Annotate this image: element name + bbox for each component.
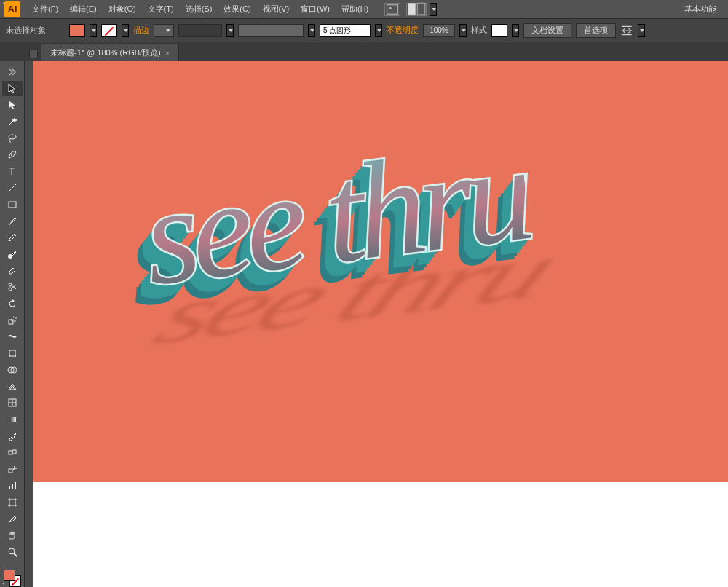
- panel-collapse-icon[interactable]: [2, 64, 23, 80]
- svg-rect-0: [387, 4, 398, 14]
- panel-toggle-icon[interactable]: [29, 50, 38, 58]
- lasso-tool[interactable]: [2, 130, 23, 146]
- svg-point-11: [9, 288, 12, 291]
- svg-rect-22: [9, 417, 16, 422]
- direct-selection-tool[interactable]: [2, 97, 23, 113]
- artboard: see thru see thru see thru see thru see …: [33, 61, 728, 482]
- rotate-tool[interactable]: [2, 296, 23, 312]
- prefs-button[interactable]: 首选项: [576, 23, 616, 38]
- brush-dropdown[interactable]: [308, 24, 315, 37]
- svg-point-33: [9, 548, 15, 554]
- graph-tool[interactable]: [2, 478, 23, 494]
- tools-panel: T: [0, 61, 25, 587]
- svg-point-15: [9, 350, 10, 351]
- workspace-switcher[interactable]: 基本功能: [677, 1, 724, 17]
- svg-point-10: [9, 283, 12, 286]
- menu-edit[interactable]: 编辑(E): [64, 1, 103, 17]
- shape-builder-tool[interactable]: [2, 362, 23, 378]
- arrange-dropdown[interactable]: [430, 3, 437, 16]
- menu-view[interactable]: 视图(V): [257, 1, 296, 17]
- svg-rect-1: [389, 7, 392, 9]
- perspective-tool[interactable]: [2, 379, 23, 395]
- main-area: T see thru: [0, 61, 728, 587]
- arrange-icon[interactable]: [406, 3, 427, 16]
- align-dropdown[interactable]: [638, 24, 645, 37]
- selection-tool[interactable]: [2, 81, 23, 97]
- menu-window[interactable]: 窗口(W): [295, 1, 336, 17]
- symbol-sprayer-tool[interactable]: [2, 461, 23, 477]
- opacity-value[interactable]: 100%: [423, 24, 455, 37]
- canvas[interactable]: see thru see thru see thru see thru see …: [25, 61, 728, 587]
- zoom-tool[interactable]: [2, 544, 23, 560]
- paintbrush-tool[interactable]: [2, 213, 23, 229]
- control-bar: 未选择对象 描边 不透明度 100% 样式 文档设置 首选项: [0, 19, 728, 42]
- stroke-width[interactable]: [154, 24, 174, 37]
- svg-point-4: [9, 135, 16, 139]
- brush-profile[interactable]: [320, 24, 371, 37]
- width-tool[interactable]: [2, 329, 23, 345]
- rectangle-tool[interactable]: [2, 197, 23, 213]
- brush-profile-dropdown[interactable]: [375, 24, 382, 37]
- scale-tool[interactable]: [2, 312, 23, 328]
- slice-tool[interactable]: [2, 511, 23, 527]
- svg-rect-32: [9, 500, 15, 505]
- eraser-tool[interactable]: [2, 263, 23, 279]
- menu-help[interactable]: 帮助(H): [336, 1, 374, 17]
- style-dropdown[interactable]: [512, 24, 519, 37]
- close-icon[interactable]: ×: [165, 49, 170, 58]
- svg-point-18: [15, 355, 16, 357]
- stroke-swatch[interactable]: [101, 24, 117, 37]
- magic-wand-tool[interactable]: [2, 114, 23, 130]
- svg-rect-14: [9, 350, 15, 356]
- svg-rect-30: [12, 484, 13, 489]
- blob-brush-tool[interactable]: [2, 246, 23, 262]
- free-transform-tool[interactable]: [2, 345, 23, 361]
- eyedropper-tool[interactable]: [2, 428, 23, 444]
- opacity-dropdown[interactable]: [459, 24, 467, 37]
- style-swatch[interactable]: [491, 24, 507, 37]
- stroke-dropdown[interactable]: [122, 24, 129, 37]
- mesh-tool[interactable]: [2, 395, 23, 411]
- bridge-icon[interactable]: [384, 3, 400, 16]
- gradient-tool[interactable]: [2, 411, 23, 428]
- fill-color-icon[interactable]: [4, 570, 15, 581]
- pen-tool[interactable]: [2, 147, 23, 163]
- var-width-dropdown[interactable]: [226, 24, 234, 37]
- line-tool[interactable]: [2, 180, 23, 196]
- menu-object[interactable]: 对象(O): [103, 1, 142, 17]
- hand-tool[interactable]: [2, 527, 23, 543]
- svg-rect-24: [12, 450, 16, 454]
- fill-dropdown[interactable]: [90, 24, 97, 37]
- var-width-profile[interactable]: [178, 24, 222, 37]
- svg-point-27: [15, 468, 17, 469]
- svg-rect-3: [418, 4, 425, 15]
- blend-tool[interactable]: [2, 445, 23, 461]
- stroke-label[interactable]: 描边: [133, 25, 149, 36]
- style-label[interactable]: 样式: [471, 25, 487, 36]
- menu-type[interactable]: 文字(T): [142, 1, 180, 17]
- artboard-tool[interactable]: [2, 495, 23, 511]
- menu-select[interactable]: 选择(S): [180, 1, 218, 17]
- svg-point-26: [14, 466, 15, 468]
- svg-rect-12: [9, 320, 13, 324]
- selection-status: 未选择对象: [6, 25, 46, 36]
- brush-def[interactable]: [238, 24, 304, 37]
- tab-title: 未标题-1* @ 180% (RGB/预览): [50, 47, 161, 58]
- align-icon[interactable]: [620, 24, 633, 37]
- fill-stroke-swatch[interactable]: [4, 570, 21, 587]
- doc-setup-button[interactable]: 文档设置: [523, 23, 571, 38]
- svg-rect-31: [15, 482, 16, 489]
- menu-file[interactable]: 文件(F): [26, 1, 64, 17]
- document-tab[interactable]: 未标题-1* @ 180% (RGB/预览) ×: [41, 44, 179, 61]
- svg-rect-29: [9, 486, 10, 489]
- svg-rect-2: [408, 4, 416, 15]
- svg-point-5: [11, 154, 12, 156]
- type-tool[interactable]: T: [2, 163, 23, 179]
- menu-effect[interactable]: 效果(C): [218, 1, 256, 17]
- svg-rect-25: [9, 469, 12, 473]
- pencil-tool[interactable]: [2, 229, 23, 245]
- opacity-label[interactable]: 不透明度: [387, 25, 419, 36]
- svg-rect-23: [9, 451, 12, 454]
- scissors-tool[interactable]: [2, 279, 23, 295]
- fill-swatch[interactable]: [69, 24, 85, 37]
